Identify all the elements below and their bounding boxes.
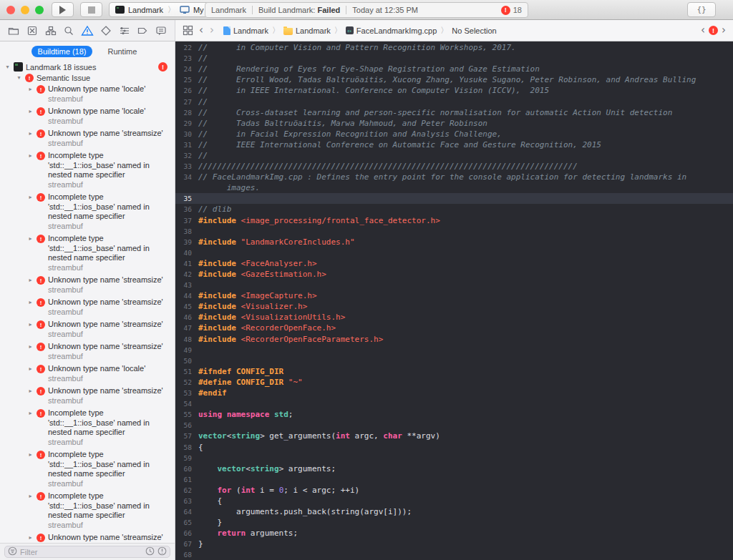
issue-item[interactable]: ▸!Unknown type name 'locale'streambuf: [0, 105, 175, 127]
code-line[interactable]: 42#include <GazeEstimation.h>: [175, 269, 733, 280]
test-navigator-icon[interactable]: [99, 24, 112, 37]
find-navigator-icon[interactable]: [62, 24, 75, 37]
code-line[interactable]: 47#include <RecorderOpenFace.h>: [175, 323, 733, 333]
code-line[interactable]: 53#endif: [175, 388, 733, 398]
issue-item[interactable]: ▸!Unknown type name 'streamsize'streambu…: [0, 274, 175, 296]
zoom-window-icon[interactable]: [35, 6, 44, 14]
disclosure-triangle-icon[interactable]: ▸: [27, 533, 34, 541]
code-line[interactable]: 68: [175, 549, 733, 560]
disclosure-triangle-icon[interactable]: ▸: [27, 386, 34, 394]
issue-item[interactable]: ▸!Incomplete type 'std::__1::ios_base' n…: [0, 490, 175, 531]
errors-only-icon[interactable]: [157, 546, 167, 557]
disclosure-triangle-icon[interactable]: ▾: [4, 64, 11, 70]
semantic-issue-group-row[interactable]: ▾ ! Semantic Issue: [0, 72, 175, 83]
code-line[interactable]: 40: [175, 247, 733, 258]
code-line[interactable]: 50: [175, 355, 733, 366]
back-button[interactable]: ‹: [198, 25, 205, 36]
code-line[interactable]: 34// FaceLandmarkImg.cpp : Defines the e…: [175, 172, 733, 182]
code-line[interactable]: 52#define CONFIG_DIR "~": [175, 377, 733, 388]
stop-button[interactable]: [80, 2, 102, 17]
code-line[interactable]: 30// in Facial Expression Recognition an…: [175, 129, 733, 139]
code-line[interactable]: 32//: [175, 150, 733, 161]
code-line[interactable]: 60 vector<string> arguments;: [175, 463, 733, 474]
code-line[interactable]: 64 arguments.push_back(string(argv[i]));: [175, 506, 733, 517]
code-line[interactable]: 55using namespace std;: [175, 409, 733, 420]
code-line[interactable]: 35: [175, 193, 733, 204]
minimize-window-icon[interactable]: [21, 6, 29, 14]
disclosure-triangle-icon[interactable]: ▾: [16, 74, 22, 81]
code-line[interactable]: 56: [175, 420, 733, 431]
project-root-row[interactable]: ▾ Landmark 18 issues !: [0, 62, 175, 72]
code-line[interactable]: 67}: [175, 539, 733, 549]
activity-viewer[interactable]: Landmark Build Landmark: Failed Today at…: [205, 2, 528, 18]
source-editor[interactable]: 22// in Computer Vision and Pattern Reco…: [175, 41, 733, 560]
disclosure-triangle-icon[interactable]: ▸: [27, 84, 34, 92]
code-line[interactable]: 43: [175, 280, 733, 290]
tab-runtime[interactable]: Runtime: [101, 46, 143, 57]
disclosure-triangle-icon[interactable]: ▸: [27, 298, 34, 305]
issue-item[interactable]: ▸!Incomplete type 'std::__1::ios_base' n…: [0, 191, 175, 232]
forward-button[interactable]: ›: [208, 25, 215, 36]
code-line[interactable]: 26// in IEEE International. Conference o…: [175, 85, 733, 96]
code-line[interactable]: 33//////////////////////////////////////…: [175, 161, 733, 172]
issue-item[interactable]: ▸!Incomplete type 'std::__1::ios_base' n…: [0, 232, 175, 274]
code-line[interactable]: 51#ifndef CONFIG_DIR: [175, 366, 733, 377]
code-editor-mode-button[interactable]: {}: [687, 2, 716, 17]
breadcrumb-project[interactable]: Landmark: [233, 26, 268, 35]
code-line[interactable]: images.: [175, 182, 733, 193]
issue-item[interactable]: ▸!Unknown type name 'streamsize'streambu…: [0, 296, 175, 318]
disclosure-triangle-icon[interactable]: ▸: [27, 151, 34, 159]
issue-item[interactable]: ▸!Unknown type name 'locale'streambuf: [0, 83, 175, 105]
project-navigator-icon[interactable]: [7, 24, 20, 37]
code-line[interactable]: 54: [175, 398, 733, 409]
code-line[interactable]: 36// dlib: [175, 204, 733, 215]
issue-item[interactable]: ▸!Unknown type name 'streamsize'streambu…: [0, 385, 175, 407]
breadcrumb-group[interactable]: Landmark: [296, 26, 331, 35]
code-line[interactable]: 49: [175, 345, 733, 355]
debug-navigator-icon[interactable]: [118, 24, 131, 37]
disclosure-triangle-icon[interactable]: ▸: [27, 107, 34, 114]
disclosure-triangle-icon[interactable]: ▸: [27, 234, 34, 242]
code-line[interactable]: 46#include <VisualizationUtils.h>: [175, 312, 733, 323]
disclosure-triangle-icon[interactable]: ▸: [27, 275, 34, 283]
related-items-icon[interactable]: [181, 24, 194, 37]
code-line[interactable]: 29// Tadas Baltruöaitis, Marwa Mahmoud, …: [175, 118, 733, 129]
close-window-icon[interactable]: [6, 6, 15, 14]
issue-item[interactable]: ▸!Incomplete type 'std::__1::ios_base' n…: [0, 448, 175, 490]
code-line[interactable]: 38: [175, 226, 733, 237]
breadcrumb-selection[interactable]: No Selection: [452, 26, 496, 35]
disclosure-triangle-icon[interactable]: ▸: [27, 364, 34, 372]
code-line[interactable]: 63 {: [175, 496, 733, 506]
report-navigator-icon[interactable]: [155, 24, 168, 37]
code-line[interactable]: 58{: [175, 441, 733, 452]
issue-navigator-icon[interactable]: [81, 24, 94, 37]
breakpoint-navigator-icon[interactable]: [136, 24, 149, 37]
code-line[interactable]: 39#include "LandmarkCoreIncludes.h": [175, 237, 733, 247]
source-control-navigator-icon[interactable]: [26, 24, 39, 37]
code-line[interactable]: 37#include <image_processing/frontal_fac…: [175, 215, 733, 226]
code-line[interactable]: 65 }: [175, 517, 733, 528]
issue-item[interactable]: ▸!Unknown type name 'streamsize'streambu…: [0, 127, 175, 149]
disclosure-triangle-icon[interactable]: ▸: [27, 408, 34, 416]
code-line[interactable]: 24// Rendering of Eyes for Eye-Shape Reg…: [175, 64, 733, 74]
breadcrumb-file[interactable]: FaceLandmarkImg.cpp: [356, 26, 437, 35]
recent-issues-icon[interactable]: [145, 546, 155, 557]
disclosure-triangle-icon[interactable]: ▸: [27, 192, 34, 200]
code-line[interactable]: 57vector<string> get_arguments(int argc,…: [175, 431, 733, 441]
status-error-counter[interactable]: ! 18: [501, 6, 522, 15]
code-line[interactable]: 22// in Computer Vision and Pattern Reco…: [175, 42, 733, 53]
code-line[interactable]: 45#include <Visualizer.h>: [175, 301, 733, 312]
code-line[interactable]: 25// Erroll Wood, Tadas Baltruöaitis, Xu…: [175, 74, 733, 85]
code-line[interactable]: 44#include <ImageCapture.h>: [175, 290, 733, 301]
filter-input[interactable]: [20, 548, 142, 556]
filter-field[interactable]: [4, 546, 170, 558]
disclosure-triangle-icon[interactable]: ▸: [27, 129, 34, 137]
code-line[interactable]: 62 for (int i = 0; i < argc; ++i): [175, 485, 733, 496]
issue-item[interactable]: ▸!Unknown type name 'locale'streambuf: [0, 363, 175, 385]
run-button[interactable]: [52, 2, 74, 17]
issue-item[interactable]: ▸!Incomplete type 'std::__1::ios_base' n…: [0, 407, 175, 448]
issue-item[interactable]: ▸!Incomplete type 'std::__1::ios_base' n…: [0, 149, 175, 191]
issue-item[interactable]: ▸!Unknown type name 'streamsize'streambu…: [0, 340, 175, 363]
code-line[interactable]: 61: [175, 474, 733, 485]
code-line[interactable]: 23//: [175, 53, 733, 64]
